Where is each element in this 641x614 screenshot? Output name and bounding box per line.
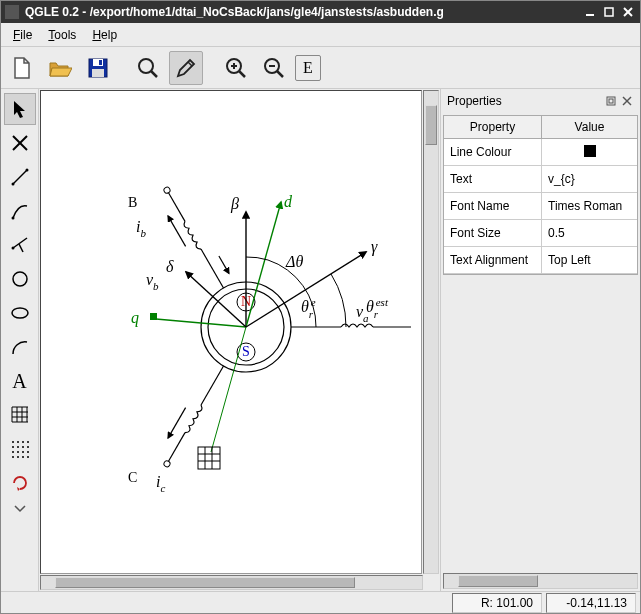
property-row-font-name: Font Name Times Roman <box>444 193 637 220</box>
svg-point-52 <box>27 456 29 458</box>
svg-point-8 <box>139 59 153 73</box>
menu-help[interactable]: Help <box>84 26 125 44</box>
pointer-icon <box>10 99 30 119</box>
property-value-font[interactable]: Times Roman <box>542 193 637 219</box>
svg-point-23 <box>11 217 14 220</box>
svg-text:C: C <box>128 470 137 485</box>
menu-tools[interactable]: Tools <box>40 26 84 44</box>
save-button[interactable] <box>81 51 115 85</box>
open-folder-icon <box>48 58 72 78</box>
properties-table: Property Value Line Colour Text v_{c} Fo… <box>443 115 638 275</box>
svg-rect-6 <box>99 60 102 65</box>
property-value-colour[interactable] <box>542 139 637 165</box>
more-tools[interactable] <box>4 501 36 517</box>
svg-point-49 <box>12 456 14 458</box>
svg-line-12 <box>239 71 245 77</box>
svg-text:β: β <box>230 195 239 213</box>
properties-col-value[interactable]: Value <box>542 116 637 138</box>
svg-line-63 <box>211 327 246 452</box>
new-button[interactable] <box>5 51 39 85</box>
zoom-in-icon <box>224 56 248 80</box>
grid-coarse-tool[interactable] <box>4 399 36 431</box>
properties-horizontal-scrollbar[interactable] <box>443 573 638 589</box>
property-name: Font Name <box>444 193 542 219</box>
svg-line-74 <box>201 249 224 288</box>
svg-text:q: q <box>131 309 139 327</box>
svg-line-82 <box>201 366 224 405</box>
properties-detach-button[interactable] <box>604 94 618 108</box>
svg-text:ib: ib <box>136 218 146 239</box>
svg-line-20 <box>13 170 27 184</box>
export-button[interactable]: E <box>295 55 321 81</box>
minimize-button[interactable] <box>582 5 598 19</box>
main-area: A <box>1 89 640 591</box>
canvas-vertical-scrollbar[interactable] <box>423 90 439 574</box>
delete-tool[interactable] <box>4 127 36 159</box>
svg-text:vb: vb <box>146 271 159 292</box>
status-r: R: 101.00 <box>452 593 542 613</box>
svg-point-26 <box>11 247 14 250</box>
close-icon <box>622 96 632 106</box>
grid-coarse-icon <box>10 405 30 425</box>
perp-line-tool[interactable] <box>4 229 36 261</box>
property-row-text: Text v_{c} <box>444 166 637 193</box>
properties-pane: Properties Property Value Line Colour <box>440 89 640 591</box>
ellipse-icon <box>10 303 30 323</box>
svg-text:δ: δ <box>166 258 174 275</box>
svg-line-9 <box>151 71 157 77</box>
svg-point-42 <box>17 446 19 448</box>
svg-rect-88 <box>198 447 220 469</box>
svg-line-25 <box>19 244 23 252</box>
open-button[interactable] <box>43 51 77 85</box>
zoom-out-button[interactable] <box>257 51 291 85</box>
svg-point-21 <box>11 183 14 186</box>
property-value-size[interactable]: 0.5 <box>542 220 637 246</box>
draw-tool-button[interactable] <box>169 51 203 85</box>
perp-icon <box>10 235 30 255</box>
canvas-viewport[interactable]: N S β d <box>40 90 422 574</box>
line-tool[interactable] <box>4 161 36 193</box>
text-tool-label: A <box>12 370 26 393</box>
svg-point-41 <box>12 446 14 448</box>
property-value-text[interactable]: v_{c} <box>542 166 637 192</box>
circle-icon <box>10 269 30 289</box>
canvas-horizontal-scrollbar[interactable] <box>40 575 423 590</box>
statusbar: R: 101.00 -0.14,11.13 <box>1 591 640 613</box>
svg-point-48 <box>27 451 29 453</box>
toolbar: E <box>1 47 640 89</box>
line-icon <box>10 167 30 187</box>
colour-swatch <box>584 145 596 157</box>
pencil-icon <box>174 56 198 80</box>
svg-point-47 <box>22 451 24 453</box>
svg-point-44 <box>27 446 29 448</box>
chevron-down-icon <box>13 504 27 514</box>
tangent-line-tool[interactable] <box>4 195 36 227</box>
svg-point-76 <box>163 186 171 194</box>
svg-point-45 <box>12 451 14 453</box>
tangent-icon <box>10 201 30 221</box>
menu-file[interactable]: File <box>5 26 40 44</box>
properties-close-button[interactable] <box>620 94 634 108</box>
text-tool[interactable]: A <box>4 365 36 397</box>
properties-col-property[interactable]: Property <box>444 116 542 138</box>
rotate-tool[interactable] <box>4 467 36 499</box>
circle-tool[interactable] <box>4 263 36 295</box>
svg-text:θrest: θrest <box>366 296 389 320</box>
close-button[interactable] <box>620 5 636 19</box>
property-name: Font Size <box>444 220 542 246</box>
svg-rect-97 <box>609 99 613 103</box>
pointer-tool[interactable] <box>4 93 36 125</box>
maximize-button[interactable] <box>601 5 617 19</box>
svg-text:γ: γ <box>371 238 378 256</box>
property-value-align[interactable]: Top Left <box>542 247 637 273</box>
zoom-tool-button[interactable] <box>131 51 165 85</box>
property-row-line-colour: Line Colour <box>444 139 637 166</box>
grid-fine-tool[interactable] <box>4 433 36 465</box>
svg-line-16 <box>277 71 283 77</box>
save-icon <box>87 57 109 79</box>
svg-point-46 <box>17 451 19 453</box>
svg-point-37 <box>12 441 14 443</box>
ellipse-tool[interactable] <box>4 297 36 329</box>
zoom-in-button[interactable] <box>219 51 253 85</box>
arc-tool[interactable] <box>4 331 36 363</box>
